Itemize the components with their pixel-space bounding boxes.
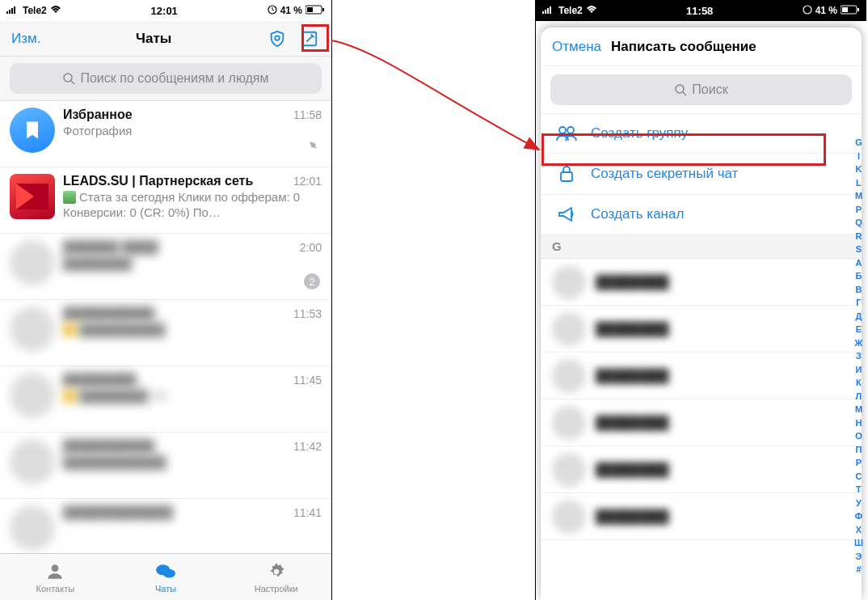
svg-rect-3	[14, 6, 15, 14]
chat-time: 11:58	[293, 108, 322, 121]
svg-rect-29	[561, 172, 572, 181]
option-label: Создать канал	[591, 206, 684, 222]
avatar	[552, 453, 586, 487]
tab-contacts[interactable]: Контакты	[0, 554, 111, 600]
index-letter[interactable]: Б	[854, 269, 863, 283]
chat-name: ████████████	[63, 505, 173, 520]
index-letter[interactable]: R	[854, 230, 863, 243]
search-wrap: Поиск по сообщениям и людям	[0, 57, 331, 101]
option-create-channel[interactable]: Создать канал	[541, 195, 862, 235]
avatar	[10, 373, 55, 418]
index-letter[interactable]: Q	[854, 216, 863, 230]
logo-icon	[10, 174, 55, 219]
index-letter[interactable]: Н	[854, 416, 863, 430]
contact-row[interactable]: ████████	[541, 259, 862, 306]
index-letter[interactable]: #	[854, 563, 863, 577]
index-letter[interactable]: G	[854, 136, 863, 150]
phone-right: Tele2 11:58 41 % Отмена Написать сообщен…	[535, 0, 866, 600]
chat-name: ██████ ████	[63, 240, 158, 255]
chat-time: 11:41	[293, 506, 322, 519]
index-letter[interactable]: Т	[854, 483, 863, 496]
chat-row[interactable]: ██████████ 11:42 ████████████	[0, 433, 331, 499]
index-letter[interactable]: Л	[854, 390, 863, 404]
index-letter[interactable]: Ж	[854, 336, 863, 350]
pin-icon	[307, 141, 320, 157]
svg-rect-7	[307, 7, 313, 12]
option-create-secret-chat[interactable]: Создать секретный чат	[541, 154, 862, 195]
contact-row[interactable]: ████████	[541, 306, 862, 353]
lock-icon	[555, 165, 578, 183]
wifi-icon	[586, 5, 597, 16]
chat-row[interactable]: Избранное 11:58 Фотография	[0, 101, 331, 167]
search-input[interactable]: Поиск по сообщениям и людям	[10, 63, 322, 94]
alpha-index[interactable]: GIKLMPQRSАБВГДЕЖЗИКЛМНОПРСТУФХШЭ#	[854, 136, 863, 577]
chat-row[interactable]: ████████ 11:45 ████████ Уб.	[0, 366, 331, 433]
tab-settings[interactable]: Настройки	[221, 554, 331, 600]
index-letter[interactable]: Е	[854, 323, 863, 336]
index-letter[interactable]: L	[854, 176, 863, 190]
svg-point-28	[567, 127, 574, 133]
section-header: G	[541, 235, 862, 259]
chat-row[interactable]: LEADS.SU | Партнерская сеть 12:01 Стата …	[0, 167, 331, 234]
index-letter[interactable]: Д	[854, 310, 863, 323]
contact-row[interactable]: ████████	[541, 399, 862, 446]
index-letter[interactable]: P	[854, 203, 863, 217]
index-letter[interactable]: К	[854, 376, 863, 390]
cancel-button[interactable]: Отмена	[552, 39, 601, 55]
index-letter[interactable]: Х	[854, 523, 863, 537]
index-letter[interactable]: У	[854, 496, 863, 510]
search-placeholder: Поиск по сообщениям и людям	[80, 71, 268, 86]
index-letter[interactable]: С	[854, 470, 863, 484]
avatar-saved	[10, 108, 55, 153]
chats-icon	[155, 561, 176, 582]
avatar	[552, 406, 586, 440]
index-letter[interactable]: Ш	[854, 536, 863, 550]
phone-left: Tele2 12:01 41 % Изм. Чаты Поиск по сооб…	[0, 0, 332, 600]
svg-point-17	[273, 568, 279, 574]
megaphone-icon	[555, 206, 578, 222]
status-bar: Tele2 11:58 41 %	[536, 0, 866, 21]
chat-msg: ████████████	[63, 455, 322, 471]
index-letter[interactable]: В	[854, 283, 863, 297]
shield-icon[interactable]	[267, 28, 288, 49]
option-label: Создать группу	[591, 125, 688, 142]
index-letter[interactable]: Р	[854, 456, 863, 470]
index-letter[interactable]: S	[854, 243, 863, 256]
chat-time: 11:42	[293, 440, 322, 453]
index-letter[interactable]: Ф	[854, 509, 863, 523]
index-letter[interactable]: M	[854, 189, 863, 203]
index-letter[interactable]: И	[854, 363, 863, 377]
index-letter[interactable]: З	[854, 349, 863, 363]
chat-msg: ████████ Уб.	[63, 389, 322, 404]
index-letter[interactable]: K	[854, 163, 863, 176]
contact-row[interactable]: ████████	[541, 353, 862, 399]
edit-button[interactable]: Изм.	[11, 31, 40, 47]
index-letter[interactable]: М	[854, 403, 863, 416]
index-letter[interactable]: П	[854, 443, 863, 457]
group-icon	[555, 125, 578, 142]
gear-icon	[266, 561, 287, 582]
index-letter[interactable]: Э	[854, 550, 863, 564]
chat-name: Избранное	[63, 108, 133, 122]
index-letter[interactable]: Г	[854, 296, 863, 310]
contact-row[interactable]: ████████	[541, 493, 862, 540]
search-input[interactable]: Поиск	[550, 74, 852, 105]
index-letter[interactable]: О	[854, 429, 863, 443]
tab-chats[interactable]: Чаты	[111, 554, 221, 600]
index-letter[interactable]: А	[854, 256, 863, 270]
svg-rect-25	[842, 7, 848, 12]
svg-rect-2	[11, 8, 13, 14]
option-create-group[interactable]: Создать группу	[541, 114, 862, 154]
signal-icon	[542, 5, 555, 16]
chat-row[interactable]: ██████████ 11:53 ██████████	[0, 300, 331, 366]
compose-icon[interactable]	[299, 28, 320, 49]
tab-bar: Контакты Чаты Настройки	[0, 553, 331, 600]
chat-msg: Фотография	[63, 124, 322, 139]
index-letter[interactable]: I	[854, 150, 863, 163]
unread-badge: 2	[304, 273, 320, 289]
chat-row[interactable]: ██████ ████ 2:00 ████████ 2	[0, 234, 331, 300]
contact-row[interactable]: ████████	[541, 446, 862, 493]
signal-icon	[6, 5, 19, 16]
search-icon	[62, 72, 75, 85]
tab-label: Чаты	[155, 584, 176, 594]
